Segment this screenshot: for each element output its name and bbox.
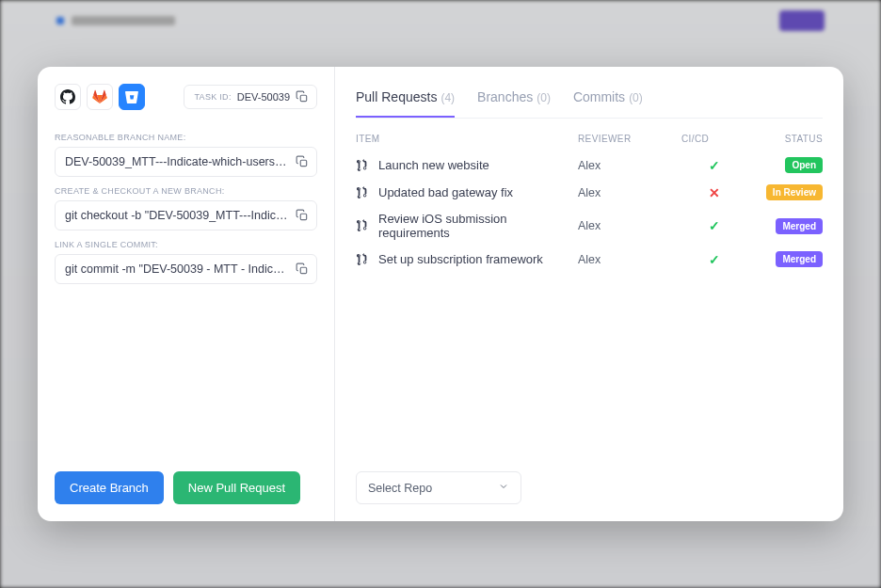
git-integration-modal: TASK ID: DEV-50039 REASONABLE BRANCH NAM… (38, 67, 843, 521)
checkout-field: git checkout -b "DEV-50039_MTT---Indica.… (55, 200, 317, 230)
new-pull-request-button[interactable]: New Pull Request (173, 471, 300, 504)
svg-rect-0 (300, 95, 306, 101)
table-row[interactable]: Set up subscription frameworkAlex✓Merged (356, 246, 823, 273)
pr-reviewer: Alex (578, 186, 681, 199)
task-id-box: TASK ID: DEV-50039 (184, 85, 317, 109)
pr-title: Set up subscription framework (378, 252, 543, 266)
tab-label: Commits (573, 89, 625, 104)
select-repo-dropdown[interactable]: Select Repo (356, 471, 521, 504)
pr-title: Review iOS submission requirements (378, 212, 578, 240)
pr-status: In Review (747, 184, 823, 200)
pr-item: Launch new website (356, 158, 578, 172)
chevron-down-icon (498, 481, 509, 495)
branch-name-label: REASONABLE BRANCH NAME: (55, 133, 317, 142)
pr-table-body: Launch new websiteAlex✓OpenUpdated bad g… (356, 151, 823, 273)
ci-pass-icon: ✓ (709, 218, 720, 233)
pr-title: Updated bad gateway fix (378, 185, 513, 199)
col-item: ITEM (356, 134, 578, 144)
bitbucket-icon[interactable] (119, 84, 145, 110)
commit-value: git commit -m "DEV-50039 - MTT - Indicat… (65, 262, 288, 276)
table-row[interactable]: Review iOS submission requirementsAlex✓M… (356, 206, 823, 246)
branch-name-value: DEV-50039_MTT---Indicate-which-users-c..… (65, 155, 288, 168)
table-row[interactable]: Launch new websiteAlex✓Open (356, 151, 823, 179)
pr-reviewer: Alex (578, 253, 681, 266)
table-row[interactable]: Updated bad gateway fixAlex✕In Review (356, 179, 823, 206)
table-header: ITEM REVIEWER CI/CD STATUS (356, 130, 823, 151)
tab-count: (0) (629, 91, 643, 104)
pr-ci: ✓ (681, 252, 747, 267)
pr-item: Updated bad gateway fix (356, 185, 578, 199)
col-reviewer: REVIEWER (578, 134, 681, 144)
checkout-label: CREATE & CHECKOUT A NEW BRANCH: (55, 186, 317, 196)
task-id-value: DEV-50039 (237, 91, 290, 103)
copy-icon[interactable] (296, 209, 309, 222)
col-cicd: CI/CD (681, 134, 747, 144)
pr-ci: ✕ (681, 185, 747, 200)
tab-branches[interactable]: Branches (0) (477, 84, 551, 118)
github-icon[interactable] (55, 84, 81, 110)
branch-name-field: DEV-50039_MTT---Indicate-which-users-c..… (55, 147, 317, 177)
tab-count: (4) (440, 91, 455, 104)
tab-commits[interactable]: Commits (0) (573, 84, 643, 118)
pr-status: Merged (747, 251, 823, 267)
svg-rect-2 (300, 214, 306, 219)
copy-icon[interactable] (296, 90, 309, 103)
pr-item: Review iOS submission requirements (356, 212, 578, 240)
tabs: Pull Requests (4) Branches (0) Commits (… (356, 84, 823, 119)
checkout-value: git checkout -b "DEV-50039_MTT---Indica.… (65, 209, 288, 222)
tab-label: Branches (477, 89, 533, 104)
copy-icon[interactable] (296, 155, 309, 168)
pr-status: Open (747, 157, 823, 173)
col-status: STATUS (747, 134, 823, 144)
left-pane: TASK ID: DEV-50039 REASONABLE BRANCH NAM… (38, 67, 335, 521)
integration-icons (55, 84, 145, 110)
tab-count: (0) (537, 91, 551, 104)
task-id-label: TASK ID: (194, 92, 231, 102)
pr-ci: ✓ (681, 158, 747, 173)
svg-rect-1 (300, 160, 306, 166)
commit-field: git commit -m "DEV-50039 - MTT - Indicat… (55, 254, 317, 284)
status-badge: Merged (776, 251, 823, 267)
commit-label: LINK A SINGLE COMMIT: (55, 240, 317, 249)
create-branch-button[interactable]: Create Branch (55, 471, 164, 504)
pr-ci: ✓ (681, 218, 747, 233)
tab-pull-requests[interactable]: Pull Requests (4) (356, 84, 455, 118)
ci-pass-icon: ✓ (709, 158, 720, 173)
pr-status: Merged (747, 218, 823, 234)
pr-item: Set up subscription framework (356, 252, 578, 266)
pr-title: Launch new website (378, 158, 489, 172)
pr-reviewer: Alex (578, 159, 681, 172)
ci-fail-icon: ✕ (709, 185, 720, 200)
select-repo-label: Select Repo (368, 482, 432, 495)
ci-pass-icon: ✓ (709, 252, 720, 267)
tab-label: Pull Requests (356, 89, 437, 104)
copy-icon[interactable] (296, 262, 309, 276)
status-badge: In Review (766, 184, 823, 200)
svg-rect-3 (300, 267, 306, 273)
pr-reviewer: Alex (578, 219, 681, 232)
gitlab-icon[interactable] (87, 84, 113, 110)
status-badge: Merged (776, 218, 823, 234)
status-badge: Open (785, 157, 823, 173)
right-pane: Pull Requests (4) Branches (0) Commits (… (335, 67, 843, 521)
